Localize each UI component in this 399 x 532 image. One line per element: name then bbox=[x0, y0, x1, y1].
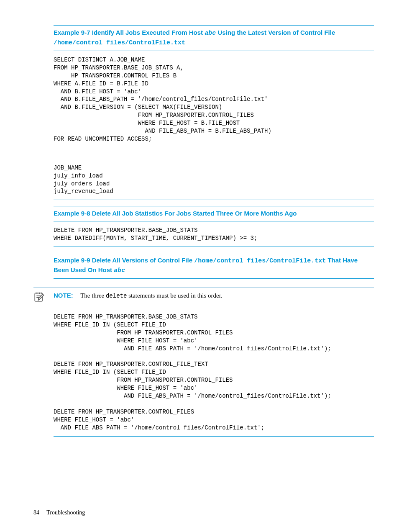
heading-path: /home/control files/ControlFile.txt bbox=[194, 257, 326, 265]
page: Example 9-7 Identify All Jobs Executed F… bbox=[0, 0, 399, 532]
note-body-a: The three bbox=[80, 292, 106, 299]
heading-text: Example 9-9 Delete All Versions of Contr… bbox=[54, 257, 194, 264]
note-body-c: statements must be used in this order. bbox=[127, 292, 222, 299]
heading-text: Example 9-7 Identify All Jobs Executed F… bbox=[54, 29, 205, 36]
note-icon bbox=[33, 292, 54, 303]
heading-path: /home/control files/ControlFile.txt bbox=[54, 39, 185, 46]
page-number: 84 bbox=[33, 509, 39, 516]
note-label: NOTE: bbox=[54, 292, 73, 299]
note-text: NOTE: The three delete statements must b… bbox=[54, 291, 223, 301]
example-9-9-code: DELETE FROM HP_TRANSPORTER.BASE_JOB_STAT… bbox=[54, 311, 374, 436]
note-block: NOTE: The three delete statements must b… bbox=[33, 287, 374, 307]
example-9-7-code: SELECT DISTINCT A.JOB_NAME FROM HP_TRANS… bbox=[54, 54, 374, 147]
footer-section: Troubleshooting bbox=[46, 509, 85, 516]
example-9-9-heading: Example 9-9 Delete All Versions of Contr… bbox=[54, 253, 374, 279]
example-9-7-heading: Example 9-7 Identify All Jobs Executed F… bbox=[54, 25, 374, 51]
example-9-8-heading: Example 9-8 Delete All Job Statistics Fo… bbox=[54, 206, 374, 221]
example-9-7-result: JOB_NAME july_info_load july_orders_load… bbox=[54, 162, 374, 200]
example-9-8-code: DELETE FROM HP_TRANSPORTER.BASE_JOB_STAT… bbox=[54, 225, 374, 247]
page-footer: 84 Troubleshooting bbox=[33, 509, 85, 516]
heading-text: Using the Latest Version of Control File bbox=[216, 29, 335, 36]
note-body-b: delete bbox=[106, 293, 127, 299]
heading-host: abc bbox=[205, 30, 216, 37]
heading-host: abc bbox=[114, 267, 125, 274]
